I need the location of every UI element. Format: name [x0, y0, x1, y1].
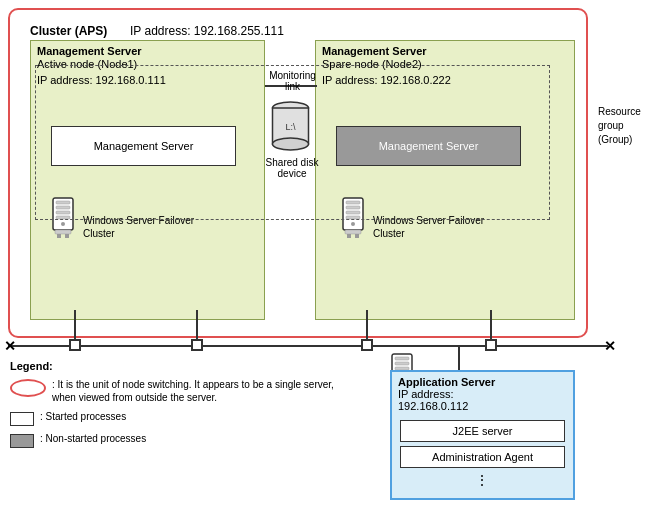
legend-title: Legend: [10, 360, 350, 372]
app-server-title: Application Server [392, 372, 573, 388]
legend-text-white: : Started processes [40, 410, 126, 423]
svg-point-5 [61, 222, 65, 226]
white-rect-symbol [10, 412, 34, 426]
svg-text:L:\: L:\ [285, 122, 296, 132]
connector-sq-2 [191, 339, 203, 351]
svg-rect-6 [55, 230, 71, 234]
legend-item-gray: : Non-started processes [10, 432, 350, 448]
connector-sq-3 [361, 339, 373, 351]
resource-group-label: Resourcegroup(Group) [598, 105, 647, 147]
svg-rect-24 [395, 362, 409, 365]
svg-point-14 [351, 222, 355, 226]
cluster-box: Cluster (APS) IP address: 192.168.255.11… [8, 8, 588, 338]
admin-label: Administration Agent [432, 451, 533, 463]
legend-text-oval: : It is the unit of node switching. It a… [52, 378, 350, 404]
connector-sq-4 [485, 339, 497, 351]
legend: Legend: : It is the unit of node switchi… [10, 360, 350, 454]
svg-rect-7 [57, 234, 61, 238]
svg-rect-15 [345, 230, 361, 234]
app-server-box: Application Server IP address:192.168.0.… [390, 370, 575, 500]
node2-title: Management Server [316, 41, 574, 58]
gray-rect-symbol [10, 434, 34, 448]
more-items: ⋮ [392, 472, 573, 488]
legend-item-white: : Started processes [10, 410, 350, 426]
connector-sq-1 [69, 339, 81, 351]
shared-disk-icon: L:\ [268, 100, 313, 155]
svg-rect-17 [355, 234, 359, 238]
monitoring-link-label: Monitoringlink [265, 70, 320, 92]
shared-disk: L:\ [268, 100, 313, 157]
admin-box: Administration Agent [400, 446, 565, 468]
app-server-ip: IP address:192.168.0.112 [392, 388, 573, 416]
svg-rect-23 [395, 357, 409, 360]
connector-x-right: ✕ [604, 338, 616, 354]
cluster-title: Cluster (APS) [30, 24, 107, 38]
diagram: Cluster (APS) IP address: 192.168.255.11… [0, 0, 647, 511]
legend-text-gray: : Non-started processes [40, 432, 146, 445]
oval-symbol [10, 379, 46, 397]
j2ee-box: J2EE server [400, 420, 565, 442]
svg-point-20 [273, 138, 309, 150]
connector-x-left: ✕ [4, 338, 16, 354]
cluster-ip: IP address: 192.168.255.111 [130, 24, 284, 38]
shared-disk-label: Shared diskdevice [258, 157, 326, 179]
node1-title: Management Server [31, 41, 264, 58]
legend-item-oval: : It is the unit of node switching. It a… [10, 378, 350, 404]
network-line-h [8, 345, 608, 347]
svg-rect-16 [347, 234, 351, 238]
svg-rect-8 [65, 234, 69, 238]
